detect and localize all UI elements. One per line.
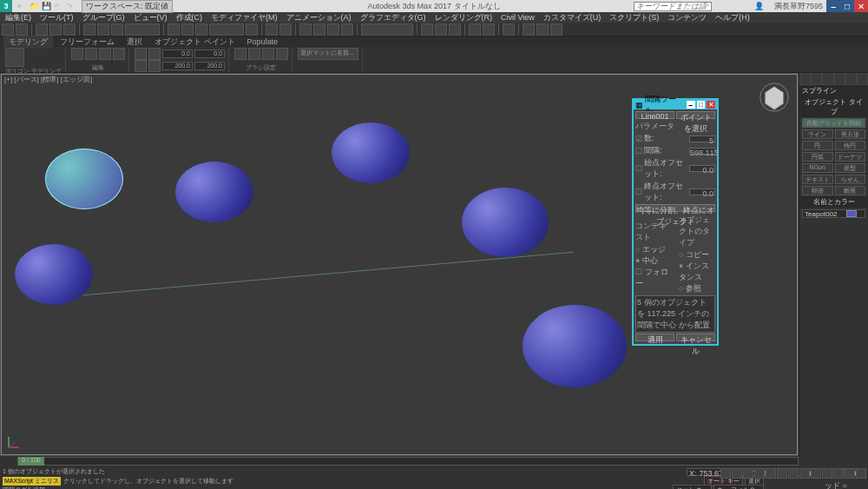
ngon-button[interactable]: NGon bbox=[802, 163, 833, 173]
text-button[interactable]: テキスト bbox=[802, 175, 833, 184]
select-button[interactable] bbox=[83, 23, 95, 36]
angle-snap-icon[interactable] bbox=[313, 23, 326, 36]
ribbon-tab-modeling[interactable]: モデリング bbox=[3, 36, 53, 49]
offset-button[interactable] bbox=[71, 48, 83, 60]
helix-button[interactable]: らせん bbox=[835, 175, 866, 184]
spacing-spinner[interactable]: 598.113 bbox=[689, 148, 715, 155]
object-type-rollout[interactable]: オブジェクト タイプ bbox=[799, 96, 868, 117]
fill-button[interactable] bbox=[99, 48, 111, 60]
unlink-button[interactable] bbox=[49, 23, 62, 36]
tag-button[interactable]: 時間タグを追加 bbox=[3, 486, 45, 489]
link-button[interactable] bbox=[36, 23, 48, 36]
move-button[interactable] bbox=[168, 23, 180, 36]
instance-radio[interactable]: インスタンス bbox=[679, 261, 715, 283]
user-label[interactable]: 満長草野7595 bbox=[774, 1, 823, 12]
brush-d-icon[interactable] bbox=[276, 48, 288, 60]
spinner-x[interactable]: 0.0 bbox=[162, 50, 193, 58]
undo-button[interactable] bbox=[2, 23, 14, 36]
signin-icon[interactable]: 👤 bbox=[754, 2, 764, 10]
search-input[interactable] bbox=[634, 2, 712, 11]
line-button[interactable]: ライン bbox=[802, 129, 833, 139]
goto-start-icon[interactable] bbox=[720, 468, 731, 479]
menu-group[interactable]: グループ(G) bbox=[79, 12, 128, 23]
object-name-input[interactable] bbox=[803, 210, 846, 218]
menu-civilview[interactable]: Civil View bbox=[497, 13, 538, 22]
apply-button[interactable]: 適用 bbox=[635, 334, 674, 341]
schematic-button[interactable] bbox=[483, 23, 495, 36]
menu-tools[interactable]: ツール(T) bbox=[36, 12, 77, 23]
edge-radio[interactable]: エッジ bbox=[635, 244, 672, 255]
spline-button[interactable] bbox=[113, 48, 125, 60]
material-editor-button[interactable] bbox=[503, 23, 515, 36]
name-color-rollout[interactable]: 名前とカラー bbox=[799, 196, 868, 208]
donut-button[interactable]: ドーナツ bbox=[835, 152, 866, 162]
render-frame-button[interactable] bbox=[536, 23, 549, 36]
star-button[interactable]: 星型 bbox=[835, 163, 866, 173]
iso-select-icon[interactable] bbox=[799, 468, 810, 479]
menu-modifier[interactable]: モディファイヤ(M) bbox=[207, 12, 281, 23]
render-setup-button[interactable] bbox=[523, 23, 535, 36]
pan-icon[interactable] bbox=[811, 468, 821, 479]
circle-button[interactable]: 円 bbox=[802, 141, 833, 150]
start-offset-spinner[interactable]: 0.0 bbox=[689, 165, 715, 172]
follow-checkbox[interactable]: フォロー bbox=[635, 267, 672, 289]
menu-view[interactable]: ビュー(V) bbox=[130, 12, 171, 23]
menu-customize[interactable]: カスタマイズ(U) bbox=[540, 12, 605, 23]
setkey-button[interactable]: セット キー bbox=[673, 485, 712, 489]
keyboard-button[interactable] bbox=[279, 23, 292, 36]
time-slider[interactable]: 0 / 100 bbox=[17, 457, 799, 466]
teapot-instance-4[interactable] bbox=[523, 305, 627, 387]
paint-button[interactable] bbox=[85, 48, 97, 60]
create-tab[interactable] bbox=[799, 73, 811, 85]
arc-button[interactable]: 円弧 bbox=[802, 152, 833, 162]
object-color-swatch[interactable] bbox=[846, 210, 857, 217]
align-button[interactable] bbox=[435, 23, 447, 36]
qat-new-icon[interactable]: ▾ bbox=[17, 2, 26, 10]
ribbon-tab-objectpaint[interactable]: オブジェクト ペイント bbox=[149, 36, 240, 49]
autogrid-checkbox[interactable]: 自動グリッドを開始 bbox=[802, 118, 865, 128]
redo-button[interactable] bbox=[16, 23, 28, 36]
app-logo[interactable]: 3 bbox=[0, 0, 12, 12]
time-slider-head[interactable]: 0 / 100 bbox=[18, 457, 44, 466]
rotate-button[interactable] bbox=[181, 23, 194, 36]
ribbon-tab-selection[interactable]: 選択 bbox=[122, 36, 148, 49]
count-spinner[interactable]: 5 bbox=[689, 135, 715, 142]
manipulate-button[interactable] bbox=[266, 23, 278, 36]
section-button[interactable]: 断面 bbox=[835, 186, 866, 195]
dialog-titlebar[interactable]: ▦ 間隔ツール ‒ □ ✕ bbox=[634, 100, 717, 109]
reference-radio[interactable]: 参照 bbox=[679, 283, 715, 294]
maximize-button[interactable]: □ bbox=[840, 0, 854, 12]
dialog-close-button[interactable]: ✕ bbox=[707, 101, 715, 109]
teapot-instance-1[interactable] bbox=[175, 162, 253, 222]
mirror-button[interactable] bbox=[421, 23, 433, 36]
bind-button[interactable] bbox=[63, 23, 76, 36]
zoom-icon[interactable] bbox=[833, 468, 844, 479]
motion-tab[interactable] bbox=[834, 73, 845, 85]
orbit-icon[interactable] bbox=[822, 468, 832, 479]
start-offset-checkbox[interactable] bbox=[635, 164, 642, 173]
menu-help[interactable]: ヘルプ(H) bbox=[712, 12, 753, 23]
viewcube[interactable] bbox=[759, 82, 790, 113]
teapot-selected[interactable] bbox=[45, 149, 123, 209]
brush-c-icon[interactable] bbox=[262, 48, 274, 60]
render-button[interactable] bbox=[550, 23, 562, 36]
zoom-extents-icon[interactable] bbox=[845, 468, 855, 479]
end-offset-spinner[interactable]: 0.0 bbox=[689, 188, 715, 195]
menu-grapheditor[interactable]: グラフエディタ(G) bbox=[357, 12, 430, 23]
dialog-minimize-button[interactable]: ‒ bbox=[687, 101, 695, 109]
menu-rendering[interactable]: レンダリング(R) bbox=[431, 12, 496, 23]
display-tab[interactable] bbox=[845, 73, 857, 85]
polygon-modeling-button[interactable] bbox=[5, 48, 24, 67]
pick-points-button[interactable]: ポイントを選択 bbox=[676, 111, 715, 119]
spacing-checkbox[interactable] bbox=[635, 147, 642, 155]
modify-tab[interactable] bbox=[811, 73, 822, 85]
spinner-snap-icon[interactable] bbox=[341, 23, 353, 36]
select-name-button[interactable] bbox=[97, 23, 109, 36]
brush-b-icon[interactable] bbox=[248, 48, 260, 60]
material-dropdown[interactable]: 選択マットに名前... bbox=[298, 48, 358, 60]
snap-icon[interactable] bbox=[299, 23, 312, 36]
menu-content[interactable]: コンテンツ bbox=[664, 12, 710, 23]
hierarchy-tab[interactable] bbox=[822, 73, 833, 85]
prev-frame-icon[interactable] bbox=[732, 468, 742, 479]
brush2-icon[interactable] bbox=[135, 60, 147, 72]
